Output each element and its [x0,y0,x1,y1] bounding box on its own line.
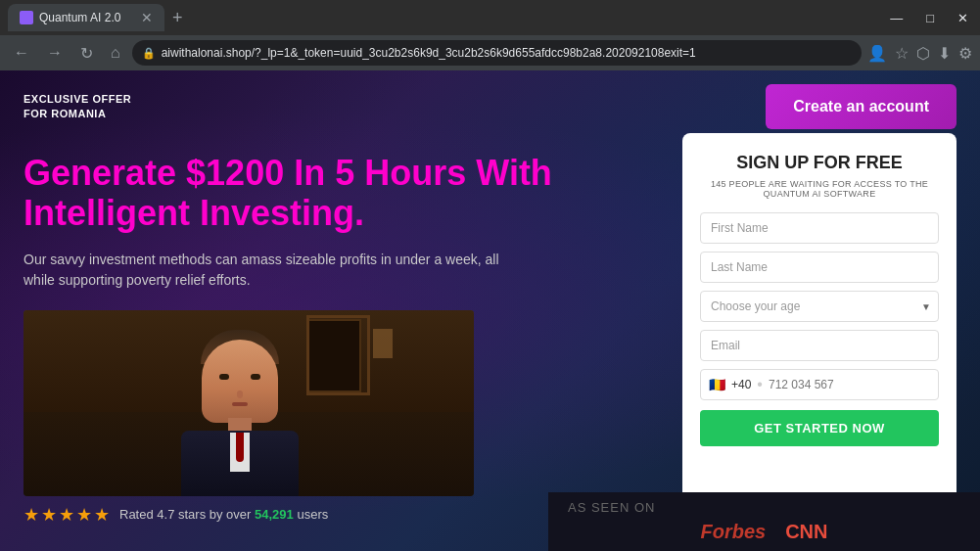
create-account-button[interactable]: Create an account [766,84,957,129]
forward-button[interactable]: → [41,40,69,66]
star-3: ★ [59,504,74,526]
phone-input[interactable] [769,378,930,391]
minimize-button[interactable]: — [886,7,907,29]
refresh-button[interactable]: ↻ [74,40,99,67]
phone-divider: • [757,376,763,393]
tab-close-button[interactable]: ✕ [141,10,153,25]
browser-toolbar: ← → ↻ ⌂ 🔒 aiwithalonai.shop/?_lp=1&_toke… [0,35,980,70]
person-eye-left [219,374,229,380]
video-thumbnail[interactable] [23,310,474,496]
main-headline: Generate $1200 In 5 Hours With Intellige… [23,153,663,234]
media-logos: Forbes CNN [568,521,960,543]
email-input[interactable] [700,330,939,361]
browser-titlebar: Quantum AI 2.0 ✕ + — □ ✕ [0,0,980,35]
form-title: SIGN UP FOR FREE [700,153,939,173]
page-header: EXCLUSIVE OFFER FOR ROMANIA Create an ac… [0,70,980,143]
wall-lamp [373,329,393,358]
left-section: Generate $1200 In 5 Hours With Intellige… [23,143,663,533]
as-seen-on-title: AS SEEN ON [568,500,960,515]
person-head [202,340,278,423]
country-flag: 🇷🇴 [709,377,725,392]
person-nose [237,390,243,398]
tab-title: Quantum AI 2.0 [39,11,120,24]
maximize-button[interactable]: □ [922,7,938,29]
close-button[interactable]: ✕ [954,7,972,29]
age-select[interactable]: Choose your age 18-25 26-35 36-45 46-55 … [700,291,939,322]
rating-text: Rated 4.7 stars by over 54,291 users [119,507,328,522]
as-seen-on-section: AS SEEN ON Forbes CNN [548,492,980,551]
country-code: +40 [731,378,751,391]
window-controls: — □ ✕ [886,7,972,29]
star-half: ★ [94,504,110,526]
person [152,325,328,496]
star-1: ★ [23,504,39,526]
lock-icon: 🔒 [142,47,156,60]
phone-row: 🇷🇴 +40 • [700,369,939,400]
age-select-wrapper: Choose your age 18-25 26-35 36-45 46-55 … [700,291,939,322]
submit-button[interactable]: GET STARTED NOW [700,410,939,446]
last-name-input[interactable] [700,252,939,283]
person-body [181,431,299,496]
browser-chrome: Quantum AI 2.0 ✕ + — □ ✕ ← → ↻ ⌂ 🔒 aiwit… [0,0,980,70]
url-text: aiwithalonai.shop/?_lp=1&_token=uuid_3cu… [162,46,696,60]
address-bar[interactable]: 🔒 aiwithalonai.shop/?_lp=1&_token=uuid_3… [132,40,862,66]
downloads-icon[interactable]: ⬇ [938,44,951,63]
exclusive-offer-text: EXCLUSIVE OFFER FOR ROMANIA [23,92,131,122]
first-name-input[interactable] [700,212,939,244]
tab-favicon [20,11,33,24]
signup-form-container: SIGN UP FOR FREE 145 PEOPLE ARE WAITING … [682,133,957,533]
star-rating: ★ ★ ★ ★ ★ [23,504,110,526]
sub-headline: Our savvy investment methods can amass s… [23,250,513,291]
home-button[interactable]: ⌂ [105,40,126,66]
extensions-icon[interactable]: ⬡ [916,44,930,63]
person-eye-right [251,374,260,380]
media-logo-1: Forbes [700,521,766,543]
star-icon[interactable]: ☆ [895,44,909,63]
star-2: ★ [41,504,57,526]
video-frame [23,310,474,496]
form-subtitle: 145 PEOPLE ARE WAITING FOR ACCESS TO THE… [700,179,939,199]
page-content: EXCLUSIVE OFFER FOR ROMANIA Create an ac… [0,70,980,551]
new-tab-button[interactable]: + [168,8,187,28]
main-content: Generate $1200 In 5 Hours With Intellige… [0,143,980,533]
toolbar-icons: 👤 ☆ ⬡ ⬇ ⚙ [867,44,972,63]
star-4: ★ [76,504,92,526]
rating-count[interactable]: 54,291 [255,507,294,522]
person-mouth [232,402,248,406]
browser-tab[interactable]: Quantum AI 2.0 ✕ [8,4,164,31]
person-tie [236,433,244,462]
account-icon[interactable]: ⚙ [958,44,972,63]
media-logo-2: CNN [785,521,827,543]
back-button[interactable]: ← [8,40,35,66]
profile-icon[interactable]: 👤 [867,44,887,63]
